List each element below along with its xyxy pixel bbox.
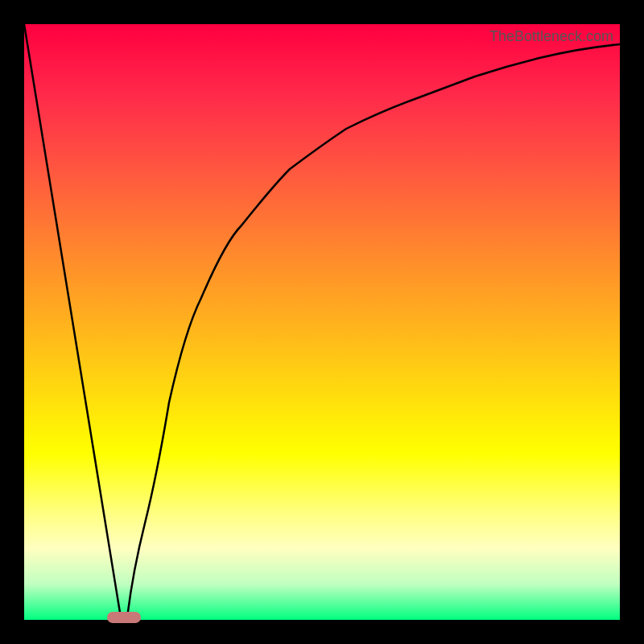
right-curve-segment [127,44,620,617]
optimal-point-marker [107,612,141,623]
chart-curves [24,24,620,620]
chart-plot-area: TheBottleneck.com [24,24,620,620]
watermark-text: TheBottleneck.com [489,28,613,45]
left-line-segment [24,24,121,617]
